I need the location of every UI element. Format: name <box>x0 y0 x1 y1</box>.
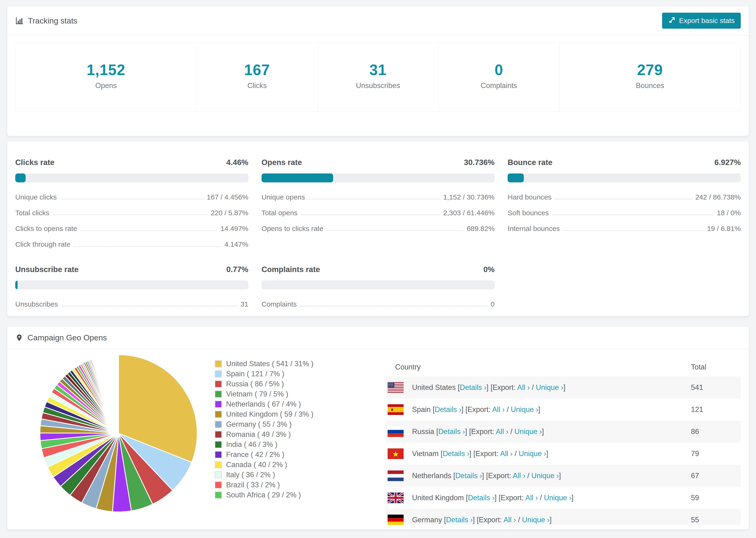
stat-line-label: Soft bounces <box>508 209 549 217</box>
details-link-gb[interactable]: Details › <box>468 494 495 502</box>
opens-rate-bar <box>261 174 495 183</box>
legend-label: Germany ( 55 / 3% ) <box>226 420 292 429</box>
legend-item: Romania ( 49 / 3% ) <box>215 429 325 439</box>
export-unique-link-gb[interactable]: Unique › <box>544 494 571 502</box>
legend-swatch <box>215 441 222 448</box>
stat-line-value: 18 / 0% <box>717 209 741 217</box>
opens-rate-value: 30.736% <box>464 158 495 167</box>
details-link-vn[interactable]: Details › <box>443 450 469 458</box>
stat-opens: 1,152 Opens <box>16 43 197 112</box>
legend-swatch <box>215 411 222 418</box>
export-unique-link-ru[interactable]: Unique › <box>514 427 542 436</box>
unsubscribe-rate-bar <box>15 281 248 290</box>
legend-item: South Africa ( 29 / 2% ) <box>215 490 325 500</box>
page: Tracking stats Export basic stats 1,152 … <box>0 0 756 529</box>
bounce-rate-title: Bounce rate <box>508 158 553 167</box>
stat-line-label: Clicks to opens rate <box>15 225 77 233</box>
legend-label: South Africa ( 29 / 2% ) <box>226 491 301 499</box>
stat-line-value: 0 <box>491 300 495 308</box>
legend-item: Spain ( 121 / 7% ) <box>215 369 325 379</box>
export-unique-link-vn[interactable]: Unique › <box>519 450 546 458</box>
bar-chart-icon <box>15 17 24 25</box>
details-link-us[interactable]: Details › <box>460 383 486 392</box>
export-all-link-gb[interactable]: All › <box>525 494 538 502</box>
dotted-leader <box>563 230 704 231</box>
export-unique-link-de[interactable]: Unique › <box>522 516 550 524</box>
dotted-leader <box>308 199 440 199</box>
export-button-label: Export basic stats <box>679 17 735 25</box>
geo-table: Country Total United States [Details ›] … <box>386 349 741 525</box>
export-basic-stats-button[interactable]: Export basic stats <box>662 13 741 28</box>
geo-header: Campaign Geo Opens <box>7 327 749 349</box>
export-icon <box>668 16 676 26</box>
stat-line-value: 14.497% <box>220 225 248 233</box>
details-link-ru[interactable]: Details › <box>438 427 465 436</box>
export-unique-link-es[interactable]: Unique › <box>511 405 538 413</box>
export-all-link-es[interactable]: All › <box>492 405 505 413</box>
export-all-link-vn[interactable]: All › <box>500 450 513 458</box>
stat-line-label: Unsubscribes <box>15 300 58 308</box>
stat-line: Clicks to opens rate14.497% <box>15 225 248 233</box>
clicks-rate-rows: Unique clicks167 / 4.456%Total clicks220… <box>15 193 248 248</box>
clicks-rate-bar <box>15 174 248 183</box>
complaints-rate-rows: Complaints0 <box>261 300 495 308</box>
dotted-leader <box>301 215 440 215</box>
dotted-leader <box>61 306 237 306</box>
bounce-rate-rows: Hard bounces242 / 86.738%Soft bounces18 … <box>508 193 741 233</box>
details-link-nl[interactable]: Details › <box>455 471 482 480</box>
geo-title-wrap: Campaign Geo Opens <box>15 333 107 342</box>
legend-swatch <box>215 381 222 388</box>
stat-line-label: Total clicks <box>15 209 49 217</box>
clicks-rate-value: 4.46% <box>226 158 248 167</box>
tracking-stats-header: Tracking stats Export basic stats <box>7 6 749 36</box>
export-all-link-us[interactable]: All › <box>517 383 530 392</box>
details-link-de[interactable]: Details › <box>446 516 473 524</box>
stat-bounces-value: 279 <box>562 61 738 79</box>
dotted-leader <box>555 199 692 199</box>
dotted-leader <box>552 215 714 215</box>
geo-pie-chart <box>15 349 215 525</box>
export-unique-link-nl[interactable]: Unique › <box>531 471 559 480</box>
stat-line-value: 220 / 5.87% <box>211 209 248 217</box>
country-cell: Germany [Details ›] [Export: All › / Uni… <box>412 516 552 524</box>
export-all-link-nl[interactable]: All › <box>513 471 525 480</box>
stat-line-label: Total opens <box>261 209 297 217</box>
legend-item: India ( 46 / 3% ) <box>215 439 325 450</box>
export-unique-link-us[interactable]: Unique › <box>536 383 563 392</box>
es-flag-icon <box>388 404 404 415</box>
legend-swatch <box>215 461 222 468</box>
country-cell: Spain [Details ›] [Export: All › / Uniqu… <box>412 405 540 414</box>
legend-swatch <box>215 451 222 458</box>
tracking-stats-title: Tracking stats <box>15 16 77 26</box>
geo-table-row-nl: Netherlands [Details ›] [Export: All › /… <box>386 465 741 487</box>
stat-line-label: Complaints <box>261 300 297 308</box>
legend-item: France ( 42 / 2% ) <box>215 450 325 459</box>
stat-unsubscribes-value: 31 <box>320 61 436 79</box>
geo-table-row-us: United States [Details ›] [Export: All ›… <box>386 377 741 399</box>
legend-label: Russia ( 86 / 5% ) <box>226 380 284 388</box>
country-cell: Russia [Details ›] [Export: All › / Uniq… <box>412 427 544 436</box>
export-all-link-de[interactable]: All › <box>503 516 516 524</box>
details-link-es[interactable]: Details › <box>435 405 461 413</box>
complaints-rate-block: Complaints rate 0% Complaints0 <box>261 265 495 316</box>
nl-flag-icon <box>388 470 404 481</box>
big-stats-row: 1,152 Opens 167 Clicks 31 Unsubscribes 0… <box>15 43 741 112</box>
column-header-total: Total <box>691 363 741 371</box>
export-all-link-ru[interactable]: All › <box>496 427 508 436</box>
stat-line-value: 4.147% <box>225 241 248 248</box>
country-cell: Netherlands [Details ›] [Export: All › /… <box>412 471 561 480</box>
bounce-rate-bar-fill <box>508 174 524 183</box>
stat-bounces: 279 Bounces <box>560 43 740 112</box>
opens-rate-rows: Unique opens1,152 / 30.736%Total opens2,… <box>261 193 495 233</box>
dotted-leader <box>300 306 487 306</box>
stat-line-value: 689.82% <box>467 225 495 233</box>
dotted-leader <box>53 215 207 215</box>
clicks-rate-title: Clicks rate <box>15 158 54 167</box>
legend-swatch <box>215 401 222 408</box>
ru-flag-icon <box>388 426 404 437</box>
legend-swatch <box>215 492 222 499</box>
geo-body: United States ( 541 / 31% )Spain ( 121 /… <box>7 349 749 525</box>
legend-label: France ( 42 / 2% ) <box>226 451 284 459</box>
legend-item: Vietnam ( 79 / 5% ) <box>215 389 325 399</box>
us-flag-icon <box>388 382 404 393</box>
